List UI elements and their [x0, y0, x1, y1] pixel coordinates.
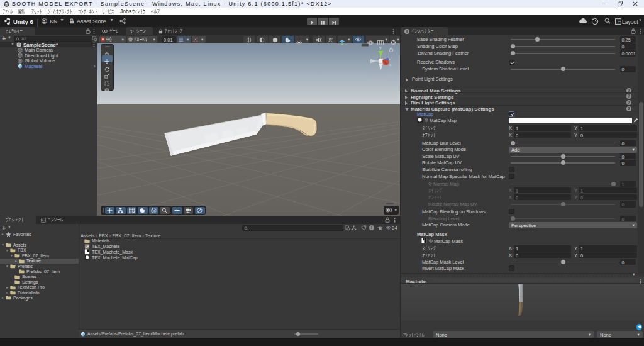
svg-text:< Persp: < Persp: [370, 73, 386, 79]
svg-text:z: z: [389, 57, 391, 61]
svg-text:x: x: [389, 63, 391, 67]
svg-text:y: y: [379, 45, 382, 50]
